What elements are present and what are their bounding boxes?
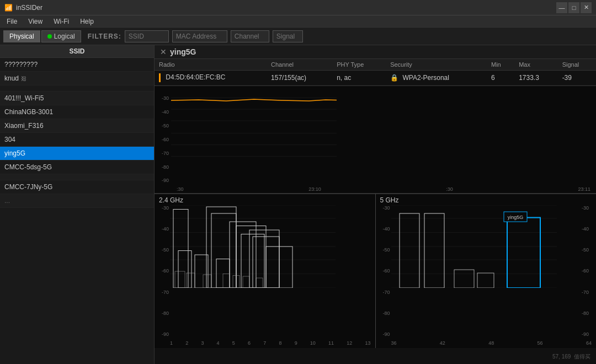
time-x-axis: :30 23:10 :30 23:11 xyxy=(171,186,596,192)
menu-wifi[interactable]: Wi-Fi xyxy=(49,17,73,26)
ssid-name: ying5G xyxy=(4,149,25,157)
signal-filter-input[interactable] xyxy=(273,30,303,42)
ssid-item[interactable] xyxy=(0,85,154,92)
channel-filter-input[interactable] xyxy=(231,30,269,42)
y-label: -40 xyxy=(582,226,595,232)
titlebar-controls: — □ ✕ xyxy=(556,2,592,13)
y-label: -50 xyxy=(582,247,595,253)
mac-filter-input[interactable] xyxy=(172,30,227,42)
ssid-item[interactable]: ????????? xyxy=(0,58,154,72)
y-label: -30 xyxy=(582,205,595,211)
time-chart-y-axis: -30 -40 -50 -60 -70 -80 -90 xyxy=(155,86,170,193)
maximize-button[interactable]: □ xyxy=(568,2,579,13)
chart-2ghz: 2.4 GHz -30 -40 -50 -60 -70 -80 -90 xyxy=(155,194,375,348)
col-header-channel: Channel xyxy=(267,59,332,71)
x-label: 4 xyxy=(217,340,220,346)
ssid-item[interactable]: CMCC-7JNy-5G xyxy=(0,180,154,194)
x-label: 9 xyxy=(295,340,297,346)
detail-row: D4:5D:64:0E:FC:BC 157/155(ac) n, ac 🔒 WP… xyxy=(155,71,596,85)
detail-close-button[interactable]: ✕ xyxy=(160,47,167,56)
x-label: 3 xyxy=(201,340,204,346)
ssid-item-selected[interactable]: ying5G xyxy=(0,147,154,160)
detail-table: Radio Channel PHY Type Security Min Max … xyxy=(155,59,596,85)
svg-rect-28 xyxy=(223,274,230,288)
x-label: 42 xyxy=(440,340,445,346)
ssid-item[interactable]: ChinaNGB-3001 xyxy=(0,105,154,119)
y-label: -40 xyxy=(156,109,169,115)
y-label: -90 xyxy=(156,178,169,183)
app-title: inSSIDer xyxy=(16,4,42,12)
svg-rect-26 xyxy=(187,273,195,288)
physical-view-button[interactable]: Physical xyxy=(3,30,40,42)
x-label: 10 xyxy=(310,340,316,346)
menu-file[interactable]: File xyxy=(2,17,22,26)
y-label: -60 xyxy=(156,268,169,274)
toolbar: Physical Logical FILTERS: xyxy=(0,28,596,45)
x-label: 1 xyxy=(170,340,173,346)
y-label: -70 xyxy=(582,290,595,295)
y-label: -60 xyxy=(582,268,595,274)
y-label: -50 xyxy=(377,247,390,253)
ssid-item[interactable]: ... xyxy=(0,194,154,208)
ssid-list[interactable]: ????????? knud ⛓ 401!!!_Wi-Fi5 ChinaNGB-… xyxy=(0,58,154,364)
ssid-item[interactable] xyxy=(0,174,154,180)
right-panel: ✕ ying5G Radio Channel PHY Type Security… xyxy=(155,45,596,364)
menu-help[interactable]: Help xyxy=(76,17,98,26)
time-x-label: 23:10 xyxy=(308,186,321,192)
svg-rect-27 xyxy=(203,275,211,288)
close-button[interactable]: ✕ xyxy=(581,2,592,13)
logical-label: Logical xyxy=(54,33,75,40)
col-header-security: Security xyxy=(386,59,487,71)
chart-2ghz-x-axis: 1 2 3 4 5 6 7 8 9 10 11 12 13 xyxy=(170,340,371,346)
x-label: 48 xyxy=(488,340,494,346)
ssid-item[interactable]: knud ⛓ xyxy=(0,72,154,85)
logical-view-button[interactable]: Logical xyxy=(41,30,81,42)
y-label: -60 xyxy=(156,137,169,142)
app-icon: 📶 xyxy=(4,4,13,12)
x-label: 64 xyxy=(586,340,592,346)
ssid-name: 401!!!_Wi-Fi5 xyxy=(4,94,44,102)
y-label: -80 xyxy=(156,311,169,316)
ssid-item[interactable]: Xiaomi_F316 xyxy=(0,119,154,133)
y-label: -80 xyxy=(156,164,169,170)
y-label: -70 xyxy=(377,290,390,295)
minimize-button[interactable]: — xyxy=(556,2,567,13)
titlebar-left: 📶 inSSIDer xyxy=(4,4,42,12)
time-chart-svg xyxy=(171,86,337,169)
time-x-label: :30 xyxy=(177,186,184,192)
x-label: 13 xyxy=(365,340,370,346)
chart-5ghz-x-axis: 36 42 48 56 64 xyxy=(391,340,592,346)
y-label: -60 xyxy=(377,268,390,274)
ssid-item[interactable]: 304 xyxy=(0,133,154,147)
x-label: 6 xyxy=(248,340,251,346)
col-header-min: Min xyxy=(487,59,514,71)
title-bar: 📶 inSSIDer — □ ✕ xyxy=(0,0,596,15)
detail-phy: n, ac xyxy=(332,71,386,85)
y-label: -90 xyxy=(156,331,169,337)
link-icon: ⛓ xyxy=(21,76,26,82)
filters-label: FILTERS: xyxy=(88,33,121,40)
x-label: 7 xyxy=(263,340,266,346)
detail-signal: -39 xyxy=(558,71,596,85)
ssid-item[interactable]: 401!!!_Wi-Fi5 xyxy=(0,92,154,105)
main-content: SSID ????????? knud ⛓ 401!!!_Wi-Fi5 Chin… xyxy=(0,45,596,364)
menu-view[interactable]: View xyxy=(24,17,47,26)
ssid-name: ... xyxy=(4,197,10,205)
y-label: -50 xyxy=(156,247,169,253)
col-header-phy: PHY Type xyxy=(332,59,386,71)
ssid-name: ????????? xyxy=(4,61,38,68)
x-label: 56 xyxy=(538,340,543,346)
svg-rect-13 xyxy=(173,210,188,288)
svg-text:ying5G: ying5G xyxy=(507,215,523,220)
watermark-text: 值得买 xyxy=(574,354,590,360)
svg-rect-42 xyxy=(454,270,474,288)
svg-rect-17 xyxy=(236,226,266,288)
ssid-item[interactable]: CMCC-5dsg-5G xyxy=(0,160,154,174)
x-label: 8 xyxy=(279,340,281,346)
svg-rect-39 xyxy=(400,213,419,288)
time-x-label: 23:11 xyxy=(578,186,590,192)
ssid-filter-input[interactable] xyxy=(125,30,169,42)
detail-panel: ✕ ying5G Radio Channel PHY Type Security… xyxy=(155,45,596,86)
col-header-max: Max xyxy=(514,59,557,71)
chart-5ghz-y-axis: -30 -40 -50 -60 -70 -80 -90 xyxy=(376,205,391,337)
